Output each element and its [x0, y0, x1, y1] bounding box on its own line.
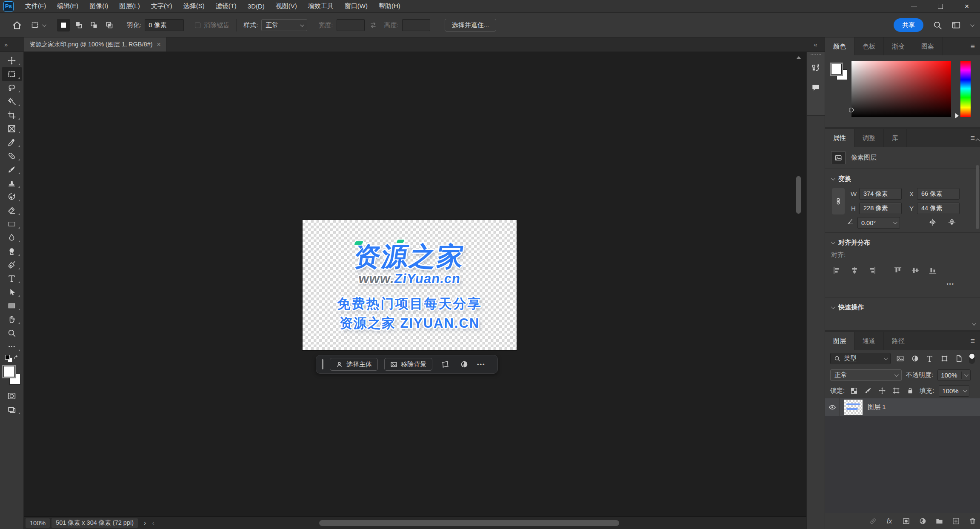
- tool-clone-stamp[interactable]: [2, 176, 22, 190]
- search-icon[interactable]: [933, 20, 942, 30]
- layer-name[interactable]: 图层 1: [868, 403, 886, 411]
- tool-frame[interactable]: [2, 122, 22, 135]
- menu-item-layer[interactable]: 图层(L): [114, 0, 145, 12]
- tool-spot-healing[interactable]: [2, 149, 22, 163]
- layer-thumbnail[interactable]: [844, 400, 863, 415]
- tab-swatches[interactable]: 色板: [854, 37, 884, 55]
- tool-lasso[interactable]: [2, 81, 22, 94]
- tab-adjustments[interactable]: 调整: [854, 129, 884, 147]
- menu-item-view[interactable]: 视图(V): [270, 0, 303, 12]
- tab-paths[interactable]: 路径: [884, 332, 913, 350]
- lock-artboard-icon[interactable]: [891, 387, 901, 395]
- tool-rectangular-marquee[interactable]: [2, 67, 22, 81]
- document-canvas[interactable]: 资源之家 www.ZiYuan.cn 免费热门项目每天分享 资源之家 ZIYUA…: [303, 220, 517, 350]
- swap-width-height-icon[interactable]: [369, 21, 377, 29]
- width-input[interactable]: [337, 19, 365, 31]
- new-adjustment-layer-icon[interactable]: [917, 517, 928, 525]
- tool-magic-wand[interactable]: [2, 94, 22, 108]
- menu-item-help[interactable]: 帮助(H): [373, 0, 406, 12]
- tool-type[interactable]: [2, 272, 22, 285]
- menu-item-window[interactable]: 窗口(W): [339, 0, 373, 12]
- maximize-button[interactable]: [927, 0, 954, 12]
- align-center-vertical-icon[interactable]: [910, 265, 920, 275]
- saturation-brightness-field[interactable]: [851, 61, 951, 117]
- minimize-button[interactable]: [901, 0, 927, 12]
- transform-x-input[interactable]: 66 像素: [917, 188, 960, 200]
- select-subject-button[interactable]: 选择主体: [330, 358, 378, 371]
- layer-list-empty-area[interactable]: [825, 416, 980, 513]
- properties-scrollbar[interactable]: [976, 148, 980, 289]
- blend-mode-select[interactable]: 正常: [830, 369, 902, 381]
- scroll-up-icon[interactable]: [797, 56, 801, 59]
- tool-history-brush[interactable]: [2, 190, 22, 203]
- default-colors-icon[interactable]: [5, 355, 10, 360]
- height-input[interactable]: [402, 19, 430, 31]
- tool-move[interactable]: [2, 54, 22, 67]
- taskbar-more-icon[interactable]: •••: [477, 361, 486, 368]
- transform-y-input[interactable]: 44 像素: [917, 203, 960, 214]
- tab-properties[interactable]: 属性: [825, 129, 854, 147]
- intersect-selection-button[interactable]: [103, 19, 116, 31]
- lock-image-pixels-icon[interactable]: [863, 387, 873, 395]
- menu-item-file[interactable]: 文件(F): [20, 0, 51, 12]
- menu-item-type[interactable]: 文字(Y): [146, 0, 178, 12]
- share-button[interactable]: 共享: [894, 18, 923, 32]
- add-to-selection-button[interactable]: [72, 19, 85, 31]
- add-layer-mask-icon[interactable]: [901, 517, 911, 525]
- panel-menu-icon[interactable]: ≡: [970, 37, 975, 55]
- chevron-down-icon[interactable]: [970, 23, 974, 27]
- lock-all-icon[interactable]: [906, 387, 915, 395]
- transform-width-input[interactable]: 374 像素: [859, 188, 902, 200]
- layer-visibility-eye-icon[interactable]: [825, 398, 840, 416]
- menu-item-edit[interactable]: 编辑(E): [51, 0, 84, 12]
- menu-item-select[interactable]: 选择(S): [178, 0, 210, 12]
- zoom-level[interactable]: 100%: [26, 518, 50, 528]
- workspace-switcher-icon[interactable]: [951, 20, 961, 30]
- screen-mode-button[interactable]: [2, 403, 22, 416]
- document-tab[interactable]: 资源之家水印.png @ 100% (图层 1, RGB/8#) ×: [24, 37, 167, 51]
- panel-menu-icon[interactable]: ≡: [970, 129, 975, 147]
- panel-collapse-icon[interactable]: «: [806, 37, 825, 51]
- panel-menu-icon[interactable]: ≡: [970, 332, 975, 350]
- scroll-more-icon[interactable]: [972, 321, 976, 326]
- new-group-icon[interactable]: [934, 517, 944, 525]
- filter-type-layers-icon[interactable]: [925, 355, 934, 363]
- tool-brush[interactable]: [2, 163, 22, 176]
- canvas-area[interactable]: 资源之家 www.ZiYuan.cn 免费热门项目每天分享 资源之家 ZIYUA…: [24, 52, 806, 529]
- panel-grip[interactable]: [811, 54, 821, 56]
- align-bottom-icon[interactable]: [928, 265, 938, 275]
- panel-scroll-up-icon[interactable]: [976, 139, 980, 143]
- layer-style-fx-icon[interactable]: fx: [884, 518, 894, 525]
- style-select[interactable]: 正常: [261, 19, 307, 31]
- tool-dodge[interactable]: [2, 244, 22, 258]
- tab-color[interactable]: 颜色: [825, 37, 854, 55]
- delete-layer-icon[interactable]: [967, 517, 977, 525]
- align-top-icon[interactable]: [893, 265, 903, 275]
- tool-zoom[interactable]: [2, 326, 22, 340]
- taskbar-drag-handle[interactable]: [322, 359, 323, 369]
- tab-channels[interactable]: 通道: [854, 332, 884, 350]
- adjustment-icon[interactable]: [458, 360, 471, 369]
- transform-header[interactable]: 变换: [825, 169, 980, 186]
- remove-background-button[interactable]: 移除背景: [384, 358, 432, 371]
- tool-path-selection[interactable]: [2, 285, 22, 299]
- vertical-scroll-thumb[interactable]: [796, 176, 801, 214]
- hue-slider-marker[interactable]: [955, 113, 959, 118]
- link-dimensions-icon[interactable]: [832, 188, 845, 214]
- comments-panel-icon[interactable]: [809, 80, 823, 96]
- menu-item-filter[interactable]: 滤镜(T): [210, 0, 242, 12]
- horizontal-scroll-thumb[interactable]: [319, 520, 619, 526]
- filter-smart-objects-icon[interactable]: [954, 355, 963, 363]
- layer-filter-type-select[interactable]: 类型: [830, 353, 891, 364]
- tool-eraser[interactable]: [2, 203, 22, 217]
- foreground-color-swatch[interactable]: [831, 64, 842, 74]
- tab-layers[interactable]: 图层: [825, 332, 854, 350]
- tool-eyedropper[interactable]: [2, 135, 22, 149]
- flip-vertical-icon[interactable]: [948, 218, 956, 226]
- lock-position-icon[interactable]: [877, 387, 887, 395]
- transform-height-input[interactable]: 228 像素: [859, 203, 902, 214]
- tool-preset-picker[interactable]: [28, 19, 48, 31]
- subtract-from-selection-button[interactable]: [88, 19, 100, 31]
- filter-pixel-layers-icon[interactable]: [896, 355, 905, 363]
- toolbar-expand-icon[interactable]: »: [0, 37, 24, 51]
